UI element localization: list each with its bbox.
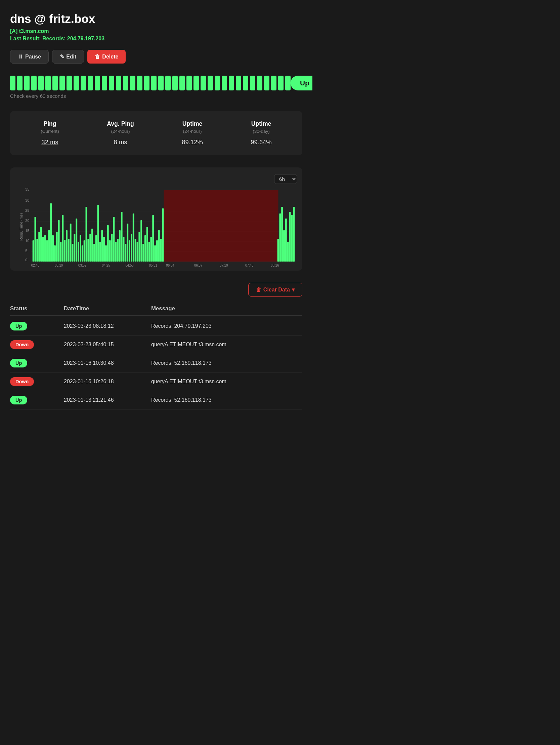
uptime-bar-segment (81, 76, 86, 91)
uptime-bar-segment (243, 76, 248, 91)
stat-value: 89.12% (182, 138, 203, 146)
svg-rect-66 (129, 240, 130, 262)
svg-rect-25 (48, 230, 50, 262)
stat-item-2: Uptime (24-hour) 89.12% (182, 120, 203, 146)
stat-label: Uptime (251, 120, 272, 127)
svg-rect-83 (162, 208, 164, 262)
uptime-bar-segment (144, 76, 149, 91)
uptime-bar-segment (31, 76, 37, 91)
svg-rect-29 (56, 232, 58, 262)
svg-rect-67 (131, 234, 132, 262)
uptime-bar-segment (257, 76, 262, 91)
stat-item-0: Ping (Current) 32 ms (41, 120, 59, 146)
row-status-badge: Down (10, 377, 64, 386)
uptime-bar-segment (24, 76, 30, 91)
chart-header: 6h 24h 7d 30d (15, 174, 297, 184)
table-row: Up 2023-01-16 10:30:48 Records: 52.169.1… (10, 354, 302, 372)
uptime-bar-segment (215, 76, 220, 91)
col-message: Message (151, 305, 302, 312)
svg-rect-20 (38, 232, 40, 262)
svg-rect-88 (285, 219, 287, 262)
svg-rect-55 (107, 225, 109, 262)
svg-rect-74 (144, 235, 146, 262)
svg-rect-26 (50, 203, 52, 262)
svg-rect-48 (93, 244, 95, 262)
uptime-bar-segment (236, 76, 241, 91)
svg-rect-22 (42, 237, 44, 262)
col-status: Status (10, 305, 64, 312)
row-datetime: 2023-03-23 05:40:15 (64, 342, 151, 348)
svg-rect-37 (72, 244, 74, 262)
svg-rect-65 (127, 224, 128, 262)
uptime-bar-segment (60, 76, 65, 91)
chart-range-select[interactable]: 6h 24h 7d 30d (274, 174, 297, 184)
row-message: queryA ETIMEOUT t3.msn.com (151, 379, 302, 385)
row-status-badge: Down (10, 340, 64, 349)
last-result: Last Result: Records: 204.79.197.203 (10, 36, 302, 42)
delete-icon: 🗑 (95, 54, 100, 60)
svg-rect-87 (283, 230, 285, 262)
uptime-bar-segment (229, 76, 234, 91)
svg-text:08:16: 08:16 (271, 264, 279, 267)
uptime-bar-segment (194, 76, 199, 91)
svg-text:06:37: 06:37 (194, 264, 202, 267)
uptime-bar-segment (109, 76, 114, 91)
svg-rect-61 (119, 230, 120, 262)
stat-item-3: Uptime (30-day) 99.64% (251, 120, 272, 146)
edit-button[interactable]: ✎ Edit (52, 50, 84, 64)
uptime-bar-segment (67, 76, 72, 91)
delete-button[interactable]: 🗑 Delete (88, 50, 126, 64)
row-message: queryA ETIMEOUT t3.msn.com (151, 342, 302, 348)
svg-rect-73 (142, 244, 144, 262)
row-message: Records: 204.79.197.203 (151, 323, 302, 329)
uptime-bars (10, 76, 290, 91)
svg-rect-92 (293, 207, 294, 262)
svg-rect-51 (99, 242, 101, 262)
svg-rect-82 (160, 239, 162, 262)
svg-rect-46 (90, 234, 91, 262)
chart-container: Resp. Time (ms) 35 30 25 20 15 10 5 0 (15, 187, 297, 267)
status-badge: Down (10, 340, 34, 349)
svg-rect-79 (154, 246, 156, 262)
stat-value: 8 ms (107, 138, 134, 146)
pause-icon: ⏸ (18, 54, 23, 60)
svg-rect-23 (44, 235, 46, 262)
uptime-bar-segment (123, 76, 128, 91)
dns-query: [A] t3.msn.com (10, 28, 302, 34)
svg-rect-85 (279, 214, 281, 262)
uptime-bar-segment (264, 76, 270, 91)
uptime-bar-segment (172, 76, 178, 91)
pause-button[interactable]: ⏸ Pause (10, 50, 49, 64)
clear-icon: 🗑 (256, 287, 261, 293)
page-title: dns @ fritz.box (10, 12, 302, 26)
svg-rect-64 (125, 244, 126, 262)
svg-rect-86 (281, 207, 283, 262)
svg-text:07:43: 07:43 (245, 264, 254, 267)
svg-rect-57 (111, 234, 113, 262)
data-table-section: 🗑 Clear Data ▾ Status DateTime Message U… (10, 283, 302, 410)
svg-text:5: 5 (25, 249, 27, 253)
uptime-bar-segment (151, 76, 156, 91)
uptime-bar-segment (38, 76, 44, 91)
uptime-bar-segment (285, 76, 290, 91)
status-badge-up: Up (290, 76, 312, 91)
svg-rect-58 (113, 217, 114, 262)
svg-text:02:46: 02:46 (31, 264, 40, 267)
uptime-bar-segment (10, 76, 15, 91)
stats-section: Ping (Current) 32 ms Avg. Ping (24-hour)… (10, 111, 302, 155)
uptime-bar-segment (186, 76, 192, 91)
clear-data-button[interactable]: 🗑 Clear Data ▾ (248, 283, 302, 296)
table-row: Up 2023-03-23 08:18:12 Records: 204.79.1… (10, 317, 302, 335)
svg-rect-24 (46, 240, 48, 262)
svg-rect-36 (70, 224, 72, 262)
svg-rect-34 (66, 230, 68, 262)
table-row: Down 2023-03-23 05:40:15 queryA ETIMEOUT… (10, 335, 302, 354)
table-rows-container: Up 2023-03-23 08:18:12 Records: 204.79.1… (10, 317, 302, 410)
stat-value[interactable]: 32 ms (41, 138, 59, 146)
uptime-bar-segment (201, 76, 206, 91)
clear-data-label: Clear Data (264, 287, 290, 293)
svg-text:04:58: 04:58 (125, 264, 134, 267)
stat-label: Ping (41, 120, 59, 127)
row-message: Records: 52.169.118.173 (151, 397, 302, 403)
svg-rect-45 (88, 239, 89, 262)
